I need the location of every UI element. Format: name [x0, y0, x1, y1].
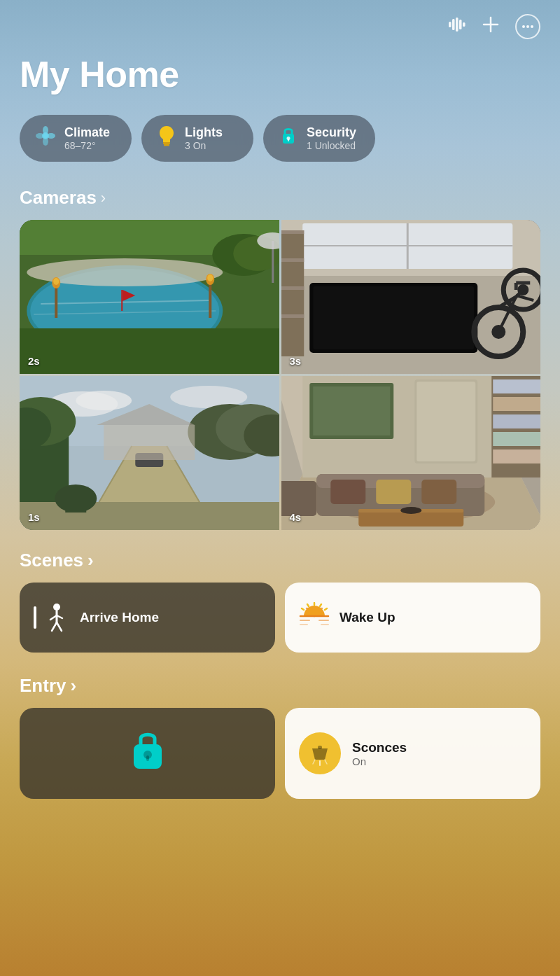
svg-point-11 [43, 126, 48, 134]
scenes-chevron: › [88, 550, 94, 571]
category-pills: Climate 68–72° Lights 3 On [0, 115, 560, 181]
security-icon [279, 125, 298, 152]
camera-garage[interactable]: 3s [281, 220, 541, 374]
svg-line-121 [302, 608, 304, 610]
sconces-status: On [352, 755, 407, 767]
lock-icon [127, 725, 169, 782]
wake-up-icon [299, 602, 330, 633]
climate-label: Climate [64, 125, 110, 140]
arrive-home-label: Arrive Home [80, 610, 159, 625]
wake-up-label: Wake Up [340, 610, 396, 625]
pill-security[interactable]: Security 1 Unlocked [263, 115, 375, 162]
lights-sub: 3 On [185, 140, 223, 151]
cam-driveway-overlay [20, 376, 279, 530]
page: My Home Climate 68–72° [0, 0, 560, 976]
arrive-bar [34, 606, 36, 629]
svg-line-115 [57, 622, 62, 631]
climate-sub: 68–72° [64, 140, 110, 151]
scenes-section: Scenes › [0, 530, 560, 653]
cam-living-overlay [281, 376, 541, 530]
svg-point-13 [43, 137, 48, 146]
page-title: My Home [0, 46, 560, 115]
svg-rect-17 [164, 144, 169, 146]
cam-driveway-timestamp: 1s [28, 511, 40, 523]
scene-wake-up[interactable]: Wake Up [285, 583, 540, 653]
svg-rect-20 [288, 139, 289, 141]
sconces-text: Sconces On [352, 740, 407, 767]
more-icon[interactable] [515, 14, 540, 39]
top-bar [0, 0, 560, 46]
camera-grid: 2s [20, 220, 540, 530]
svg-rect-4 [463, 22, 465, 27]
svg-rect-16 [163, 142, 170, 144]
cam-living-timestamp: 4s [290, 511, 302, 523]
svg-point-15 [43, 134, 48, 139]
lights-icon [157, 125, 176, 152]
svg-point-7 [522, 25, 525, 28]
lights-label: Lights [185, 125, 223, 140]
svg-line-119 [325, 608, 327, 610]
scenes-label: Scenes [20, 550, 83, 571]
svg-rect-1 [452, 19, 455, 30]
svg-rect-128 [146, 755, 149, 761]
security-sub: 1 Unlocked [307, 140, 356, 151]
svg-point-9 [531, 25, 533, 28]
sconces-icon [299, 732, 341, 774]
camera-pool[interactable]: 2s [20, 220, 279, 374]
svg-point-8 [526, 25, 529, 28]
lights-text: Lights 3 On [185, 125, 223, 151]
voice-icon[interactable] [447, 15, 466, 39]
cameras-label: Cameras [20, 187, 97, 209]
entry-heading[interactable]: Entry › [20, 675, 540, 708]
svg-rect-3 [459, 20, 462, 29]
pill-climate[interactable]: Climate 68–72° [20, 115, 132, 162]
climate-icon [35, 125, 56, 151]
svg-rect-0 [449, 22, 451, 27]
svg-rect-2 [456, 18, 458, 32]
entry-cards: Sconces On [20, 708, 540, 799]
cam-pool-timestamp: 2s [28, 355, 40, 367]
svg-line-118 [320, 604, 321, 606]
svg-point-14 [36, 133, 44, 139]
cameras-chevron: › [101, 189, 106, 207]
cam-garage-overlay [281, 220, 541, 374]
pill-lights[interactable]: Lights 3 On [141, 115, 253, 162]
cam-garage-timestamp: 3s [290, 355, 302, 367]
svg-line-131 [313, 760, 315, 764]
entry-chevron: › [70, 675, 76, 697]
climate-text: Climate 68–72° [64, 125, 110, 151]
add-icon[interactable] [482, 15, 500, 38]
security-label: Security [307, 125, 356, 140]
security-text: Security 1 Unlocked [307, 125, 356, 151]
cameras-heading[interactable]: Cameras › [0, 181, 560, 220]
svg-line-132 [325, 760, 327, 764]
scene-cards: Arrive Home [20, 583, 540, 653]
scenes-heading[interactable]: Scenes › [20, 550, 540, 583]
entry-label: Entry [20, 675, 66, 697]
cameras-section: Cameras › [0, 181, 560, 530]
cam-pool-overlay [20, 220, 279, 374]
entry-section: Entry › [0, 653, 560, 799]
scene-arrive-home[interactable]: Arrive Home [20, 583, 275, 653]
entry-lock-card[interactable] [20, 708, 275, 799]
svg-rect-129 [318, 746, 322, 749]
camera-driveway[interactable]: 1s [20, 376, 279, 530]
entry-sconces-card[interactable]: Sconces On [285, 708, 540, 799]
sconces-label: Sconces [352, 740, 407, 755]
svg-point-12 [47, 133, 55, 139]
arrive-home-icon [34, 603, 70, 632]
svg-line-120 [307, 604, 309, 606]
svg-line-114 [52, 622, 57, 631]
camera-living[interactable]: 4s [281, 376, 541, 530]
